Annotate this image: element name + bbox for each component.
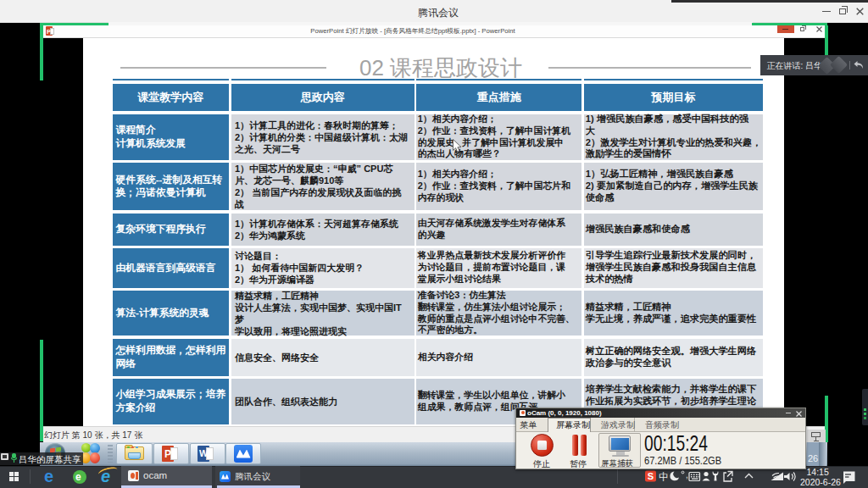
svg-text:14:15: 14:15 xyxy=(807,467,829,477)
svg-text:2020-6-26: 2020-6-26 xyxy=(800,477,841,487)
svg-text:中: 中 xyxy=(659,470,669,482)
svg-text:S: S xyxy=(648,471,654,481)
svg-text:,: , xyxy=(686,470,688,480)
